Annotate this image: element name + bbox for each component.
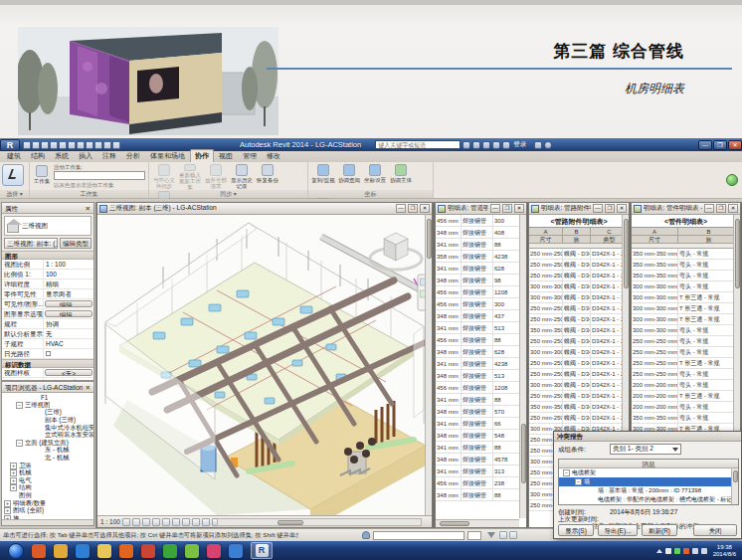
default-3d-view-icon[interactable]	[94, 141, 102, 149]
section-icon[interactable]	[103, 141, 111, 149]
ribbon-tab[interactable]: 注释	[97, 149, 121, 162]
tree-expand-icon[interactable]	[589, 487, 596, 494]
tree-expand-icon[interactable]: −	[16, 440, 23, 447]
taskbar-app-icon[interactable]	[229, 544, 243, 558]
schedule-row[interactable]: 341 mm焊接钢管88	[436, 239, 526, 251]
accessory-schedule-titlebar[interactable]: 明细表: 管路附件明细表 - LG-AC... — ❐ ✕	[529, 203, 629, 215]
schedule-row[interactable]: 456 mm焊接钢管1208	[436, 382, 526, 394]
ribbon-tab[interactable]: 结构	[26, 149, 50, 162]
schedule-row[interactable]: 250 mm-250 mm蝶阀 - D342XD342X-1 - 25	[529, 369, 629, 380]
schedule1-vscrollbar[interactable]	[519, 215, 526, 518]
tree-expand-icon[interactable]	[32, 394, 39, 401]
schedule-row[interactable]: 300 mm-300 mmT 形三通 - 常规	[632, 314, 740, 325]
pipe-schedule-titlebar[interactable]: 明细表: 管道明细表 - LG... — ❐ ✕	[436, 203, 526, 215]
schedule2-close-button[interactable]: ✕	[617, 204, 627, 213]
taskbar-app-icon[interactable]	[76, 544, 90, 558]
tree-expand-icon[interactable]: +	[4, 507, 11, 514]
sync-ribbon-button[interactable]: 放弃全部请求	[203, 163, 229, 190]
property-row[interactable]: 可见性/图形...编辑...	[2, 299, 93, 309]
undo-icon[interactable]	[41, 141, 49, 149]
schedule1-minimize-button[interactable]: —	[490, 204, 500, 213]
property-row[interactable]: 规程协调	[2, 319, 93, 329]
browser-tree-item[interactable]: 集中式冷水机组安...	[2, 424, 93, 432]
crop-view-icon[interactable]	[162, 518, 170, 526]
schedule-row[interactable]: 456 mm焊接钢管300	[436, 298, 526, 310]
browser-tree-item[interactable]: (三维)	[2, 409, 93, 417]
browser-tree-item[interactable]: −立面 (建筑立面)	[2, 440, 93, 448]
ribbon-tab[interactable]: 修改	[262, 149, 285, 162]
tree-expand-icon[interactable]: +	[10, 477, 17, 484]
tray-icon-1[interactable]	[665, 548, 671, 554]
tray-icon-2[interactable]	[674, 548, 680, 554]
schedule-row[interactable]: 348 mm焊接钢管437	[436, 310, 526, 322]
schedule-row[interactable]: 341 mm焊接钢管88	[436, 442, 526, 454]
taskbar-app-icon[interactable]	[32, 544, 46, 558]
taskbar-active-app[interactable]: R	[251, 542, 273, 559]
browser-tree-item[interactable]: +结构	[2, 484, 93, 492]
property-row[interactable]: 日光路径	[2, 349, 93, 359]
taskbar-app-icon[interactable]	[185, 544, 199, 558]
browser-tree-item[interactable]: +图纸 (全部)	[2, 507, 93, 515]
communication-center-icon[interactable]	[482, 141, 490, 149]
view-minimize-button[interactable]: —	[396, 204, 406, 213]
search-icon[interactable]	[463, 141, 470, 149]
print-icon[interactable]	[59, 141, 67, 149]
save-icon[interactable]	[32, 141, 40, 149]
browser-tree-item[interactable]: 图例	[2, 492, 93, 500]
refresh-button[interactable]: 刷新(R)	[642, 524, 677, 536]
restore-button[interactable]: ❐	[713, 140, 727, 150]
browser-close-icon[interactable]: ✕	[86, 382, 91, 393]
type-selector[interactable]: 三维视图	[4, 216, 92, 236]
schedule-row[interactable]: 250 mm-250 mmT 形三通 - 常规	[632, 358, 740, 369]
schedule-row[interactable]: 350 mm-350 mm蝶阀 - D342XD342X-1 - 35	[529, 402, 629, 413]
quick-access-toolbar[interactable]	[23, 141, 120, 149]
schedule-row[interactable]: 350 mm-350 mm蝶阀 - D342XD342X-1 - 35	[529, 325, 629, 336]
schedule-row[interactable]: 300 mm-300 mm弯头 - 常规	[632, 281, 740, 292]
conflict-tree-item[interactable]: −电缆桥架	[559, 468, 738, 477]
communication-orb-icon[interactable]	[726, 174, 738, 186]
subscription-icon[interactable]	[472, 141, 480, 149]
sign-in-label[interactable]: 登录	[513, 140, 526, 149]
volume-icon[interactable]	[701, 548, 707, 554]
schedule-row[interactable]: 250 mm-250 mm蝶阀 - D342XD342X-1 - 25	[529, 413, 629, 424]
tree-expand-icon[interactable]	[36, 455, 43, 462]
help-icon[interactable]	[544, 141, 552, 149]
group-by-dropdown[interactable]: 类别 1- 类别 2	[610, 444, 681, 455]
active-workset-dropdown[interactable]	[54, 171, 145, 180]
tree-expand-icon[interactable]	[36, 432, 43, 439]
start-button[interactable]	[8, 543, 24, 559]
schedule-row[interactable]: 350 mm-350 mm弯头 - 常规	[632, 413, 740, 424]
filter-funnel-icon[interactable]	[487, 532, 495, 538]
schedule-row[interactable]: 300 mm-300 mm蝶阀 - D342XD342X-1 - 30	[529, 347, 629, 358]
tag-icon[interactable]	[77, 141, 85, 149]
schedule-row[interactable]: 348 mm焊接钢管98	[436, 275, 526, 286]
coordinate-ribbon-button[interactable]: 协调查阅	[336, 163, 362, 190]
tree-expand-icon[interactable]	[36, 417, 43, 424]
open-icon[interactable]	[23, 141, 31, 149]
schedule-row[interactable]: 250 mm-250 mm弯头 - 常规	[632, 336, 740, 347]
browser-tree-item[interactable]: +电气	[2, 477, 93, 485]
schedule-row[interactable]: 200 mm-200 mm弯头 - 常规	[632, 380, 740, 391]
schedule1-hscrollbar[interactable]	[436, 519, 519, 527]
shadows-icon[interactable]	[152, 518, 160, 526]
fitting-schedule-titlebar[interactable]: 明细表: 管件明细表 - L... — ❐ ✕	[632, 203, 740, 215]
modify-button[interactable]	[2, 164, 24, 186]
taskbar-app-icon[interactable]	[141, 544, 155, 558]
schedule-row[interactable]: 250 mm-250 mm弯头 - 常规	[632, 369, 740, 380]
schedule-row[interactable]: 300 mm-300 mmT 形三通 - 常规	[632, 292, 740, 303]
tree-expand-icon[interactable]: −	[563, 469, 570, 476]
edit-type-button[interactable]: 编辑类型	[60, 238, 92, 249]
schedule-row[interactable]: 300 mm-300 mmT 形三通 - 常规	[632, 303, 740, 314]
property-row[interactable]: 比例值 1:100	[2, 270, 93, 280]
sync-ribbon-button[interactable]: 显示历史记录	[229, 163, 255, 190]
network-icon[interactable]	[692, 548, 698, 554]
schedule-row[interactable]: 300 mm-300 mm蝶阀 - D342XD342X-1 - 30	[529, 292, 629, 303]
schedule-row[interactable]: 250 mm-250 mm蝶阀 - D342XD342X-1 - 25	[529, 336, 629, 347]
schedule-row[interactable]: 250 mm-250 mm蝶阀 - D342XD342X-1 - 25	[529, 249, 629, 260]
taskbar-app-icon[interactable]	[97, 544, 111, 558]
show-button[interactable]: 显示(S)	[558, 524, 594, 536]
select-toggle-icon[interactable]	[499, 531, 507, 539]
schedule-row[interactable]: 348 mm焊接钢管4578	[436, 454, 526, 466]
tree-expand-icon[interactable]: +	[4, 500, 11, 507]
taskbar-app-icon[interactable]	[163, 544, 177, 558]
